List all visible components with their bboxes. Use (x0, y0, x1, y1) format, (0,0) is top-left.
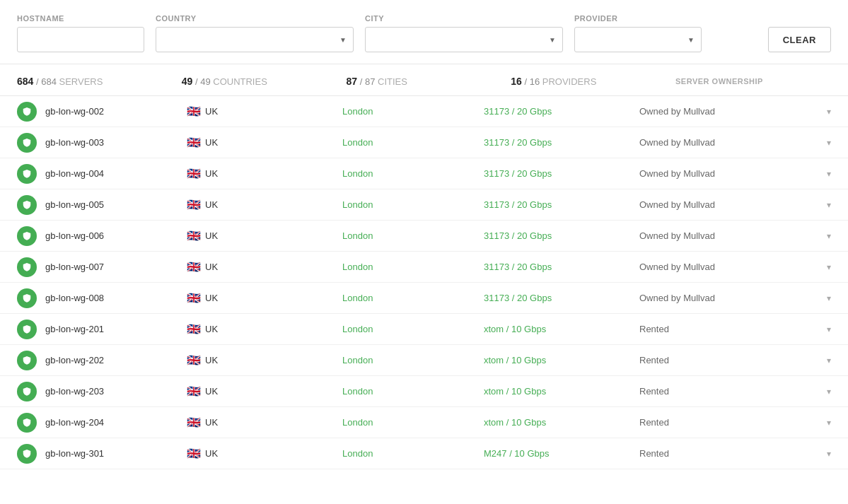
city-label: CITY (365, 14, 563, 23)
row-chevron-icon: ▾ (827, 169, 831, 179)
row-chevron-icon: ▾ (827, 293, 831, 303)
col-ownership: Rented (639, 324, 827, 334)
col-country: 🇬🇧 UK (187, 105, 342, 118)
table-row[interactable]: gb-lon-wg-002 🇬🇧 UK London 31173 / 20 Gb… (0, 96, 848, 127)
col-country: 🇬🇧 UK (187, 136, 342, 149)
flag-icon: 🇬🇧 (187, 229, 201, 242)
col-city: London (342, 199, 484, 210)
row-chevron-icon: ▾ (827, 262, 831, 272)
table-row[interactable]: gb-lon-wg-004 🇬🇧 UK London 31173 / 20 Gb… (0, 158, 848, 189)
provider-filter-group: PROVIDER ▼ (574, 14, 702, 52)
table-row[interactable]: gb-lon-wg-008 🇬🇧 UK London 31173 / 20 Gb… (0, 283, 848, 314)
col-city: London (342, 293, 484, 303)
col-ownership: Owned by Mullvad (639, 168, 827, 179)
col-city: London (342, 386, 484, 397)
country-label: COUNTRY (156, 14, 354, 23)
cities-stat: 87 / 87 CITIES (347, 76, 511, 87)
flag-icon: 🇬🇧 (187, 105, 201, 118)
country-select[interactable] (156, 27, 354, 52)
country-name: UK (205, 230, 218, 241)
country-select-wrapper: ▼ (156, 27, 354, 52)
filter-bar: HOSTNAME COUNTRY ▼ CITY ▼ PROVIDER ▼ CL (0, 0, 848, 64)
providers-stat: 16 / 16 PROVIDERS (511, 76, 675, 87)
clear-button[interactable]: CLEAR (768, 27, 831, 52)
row-chevron-icon: ▾ (827, 449, 831, 459)
table-row[interactable]: gb-lon-wg-202 🇬🇧 UK London xtom / 10 Gbp… (0, 345, 848, 376)
row-chevron-icon: ▾ (827, 200, 831, 210)
shield-icon (22, 418, 32, 428)
col-hostname: gb-lon-wg-203 (45, 386, 187, 397)
row-status-icon (17, 102, 37, 122)
col-city: London (342, 448, 484, 459)
col-provider: 31173 / 20 Gbps (484, 293, 639, 303)
table-row[interactable]: gb-lon-wg-005 🇬🇧 UK London 31173 / 20 Gb… (0, 189, 848, 221)
col-ownership: Owned by Mullvad (639, 230, 827, 241)
ownership-stat: SERVER OWNERSHIP (675, 77, 831, 86)
col-hostname: gb-lon-wg-201 (45, 324, 187, 334)
shield-icon (22, 356, 32, 365)
city-select[interactable] (365, 27, 563, 52)
provider-label: PROVIDER (574, 14, 702, 23)
col-provider: 31173 / 20 Gbps (484, 137, 639, 148)
col-country: 🇬🇧 UK (187, 291, 342, 305)
col-ownership: Owned by Mullvad (639, 199, 827, 210)
servers-stat: 684 / 684 SERVERS (17, 76, 182, 87)
flag-icon: 🇬🇧 (187, 167, 201, 180)
table-row[interactable]: gb-lon-wg-007 🇬🇧 UK London 31173 / 20 Gb… (0, 252, 848, 283)
col-city: London (342, 324, 484, 334)
country-name: UK (205, 168, 218, 179)
hostname-input[interactable] (17, 27, 144, 52)
table-row[interactable]: gb-lon-wg-203 🇬🇧 UK London xtom / 10 Gbp… (0, 376, 848, 407)
country-name: UK (205, 293, 218, 303)
table-row[interactable]: gb-lon-wg-301 🇬🇧 UK London M247 / 10 Gbp… (0, 438, 848, 469)
country-name: UK (205, 355, 218, 365)
hostname-label: HOSTNAME (17, 14, 144, 23)
table-row[interactable]: gb-lon-wg-201 🇬🇧 UK London xtom / 10 Gbp… (0, 314, 848, 345)
col-provider: xtom / 10 Gbps (484, 324, 639, 334)
col-country: 🇬🇧 UK (187, 260, 342, 274)
col-city: London (342, 106, 484, 117)
col-country: 🇬🇧 UK (187, 229, 342, 242)
countries-stat: 49 / 49 COUNTRIES (182, 76, 347, 87)
hostname-filter-group: HOSTNAME (17, 14, 144, 52)
col-ownership: Owned by Mullvad (639, 106, 827, 117)
provider-select[interactable] (574, 27, 702, 52)
col-country: 🇬🇧 UK (187, 447, 342, 460)
col-country: 🇬🇧 UK (187, 198, 342, 211)
col-country: 🇬🇧 UK (187, 416, 342, 429)
row-status-icon (17, 413, 37, 433)
col-country: 🇬🇧 UK (187, 167, 342, 180)
row-status-icon (17, 288, 37, 308)
flag-icon: 🇬🇧 (187, 198, 201, 211)
flag-icon: 🇬🇧 (187, 136, 201, 149)
shield-icon (22, 107, 32, 117)
table-row[interactable]: gb-lon-wg-204 🇬🇧 UK London xtom / 10 Gbp… (0, 407, 848, 438)
col-city: London (342, 230, 484, 241)
col-ownership: Rented (639, 386, 827, 397)
col-provider: xtom / 10 Gbps (484, 355, 639, 365)
col-country: 🇬🇧 UK (187, 353, 342, 367)
shield-icon (22, 387, 32, 397)
flag-icon: 🇬🇧 (187, 291, 201, 305)
col-provider: 31173 / 20 Gbps (484, 199, 639, 210)
col-city: London (342, 137, 484, 148)
shield-icon (22, 262, 32, 272)
flag-icon: 🇬🇧 (187, 416, 201, 429)
row-chevron-icon: ▾ (827, 356, 831, 365)
shield-icon (22, 449, 32, 459)
table-row[interactable]: gb-lon-wg-006 🇬🇧 UK London 31173 / 20 Gb… (0, 221, 848, 252)
col-city: London (342, 417, 484, 428)
col-provider: M247 / 10 Gbps (484, 448, 639, 459)
col-city: London (342, 168, 484, 179)
country-name: UK (205, 106, 218, 117)
col-ownership: Rented (639, 417, 827, 428)
row-status-icon (17, 351, 37, 370)
col-hostname: gb-lon-wg-301 (45, 448, 187, 459)
flag-icon: 🇬🇧 (187, 353, 201, 367)
flag-icon: 🇬🇧 (187, 260, 201, 274)
col-hostname: gb-lon-wg-006 (45, 230, 187, 241)
col-hostname: gb-lon-wg-002 (45, 106, 187, 117)
row-chevron-icon: ▾ (827, 418, 831, 428)
table-row[interactable]: gb-lon-wg-003 🇬🇧 UK London 31173 / 20 Gb… (0, 127, 848, 158)
row-status-icon (17, 195, 37, 215)
